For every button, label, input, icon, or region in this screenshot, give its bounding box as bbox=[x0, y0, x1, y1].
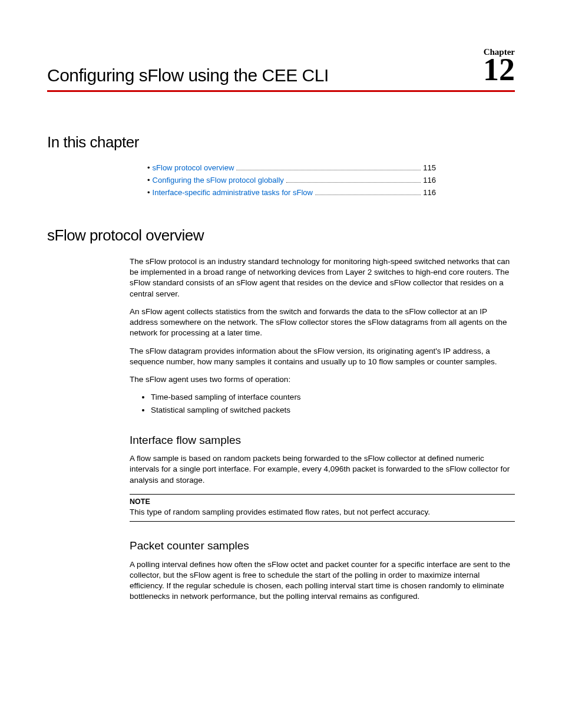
page-container: Configuring sFlow using the CEE CLI Chap… bbox=[0, 0, 562, 657]
note-text: This type of random sampling provides es… bbox=[130, 507, 515, 518]
paragraph: An sFlow agent collects statistics from … bbox=[130, 307, 515, 339]
paragraph: The sFlow protocol is an industry standa… bbox=[130, 256, 515, 299]
toc-page-number: 116 bbox=[423, 188, 436, 197]
toc-link-sflow-overview[interactable]: sFlow protocol overview bbox=[153, 163, 234, 172]
sflow-overview-heading: sFlow protocol overview bbox=[47, 226, 515, 245]
paragraph: A polling interval defines how often the… bbox=[130, 559, 515, 602]
bullet-icon: • bbox=[147, 188, 150, 197]
paragraph: The sFlow datagram provides information … bbox=[130, 346, 515, 367]
body-content: The sFlow protocol is an industry standa… bbox=[130, 256, 515, 602]
list-item: Statistical sampling of switched packets bbox=[151, 405, 515, 416]
paragraph: The sFlow agent uses two forms of operat… bbox=[130, 374, 515, 385]
toc-leader bbox=[315, 195, 421, 195]
list-item: Time-based sampling of interface counter… bbox=[151, 392, 515, 403]
toc-leader bbox=[286, 182, 421, 183]
toc-item: • Configuring the sFlow protocol globall… bbox=[147, 176, 436, 185]
bullet-list: Time-based sampling of interface counter… bbox=[130, 392, 515, 416]
interface-flow-samples-heading: Interface flow samples bbox=[130, 433, 515, 448]
paragraph: A flow sample is based on random packets… bbox=[130, 453, 515, 486]
toc-item: • Interface-specific administrative task… bbox=[147, 188, 436, 197]
toc-page-number: 116 bbox=[423, 176, 436, 185]
chapter-number-box: Chapter 12 bbox=[483, 47, 515, 85]
note-box: NOTE This type of random sampling provid… bbox=[130, 494, 515, 522]
toc: • sFlow protocol overview 115 • Configur… bbox=[147, 163, 436, 197]
toc-link-configuring-globally[interactable]: Configuring the sFlow protocol globally bbox=[153, 176, 284, 185]
toc-item: • sFlow protocol overview 115 bbox=[147, 163, 436, 172]
toc-leader bbox=[236, 170, 421, 170]
chapter-number: 12 bbox=[483, 52, 515, 87]
toc-link-interface-tasks[interactable]: Interface-specific administrative tasks … bbox=[153, 188, 313, 197]
packet-counter-samples-heading: Packet counter samples bbox=[130, 538, 515, 554]
note-label: NOTE bbox=[130, 497, 515, 507]
in-this-chapter-heading: In this chapter bbox=[47, 133, 515, 151]
bullet-icon: • bbox=[147, 176, 150, 185]
toc-page-number: 115 bbox=[423, 163, 436, 172]
chapter-header: Configuring sFlow using the CEE CLI Chap… bbox=[47, 47, 515, 92]
chapter-title: Configuring sFlow using the CEE CLI bbox=[47, 65, 329, 85]
bullet-icon: • bbox=[147, 163, 150, 172]
